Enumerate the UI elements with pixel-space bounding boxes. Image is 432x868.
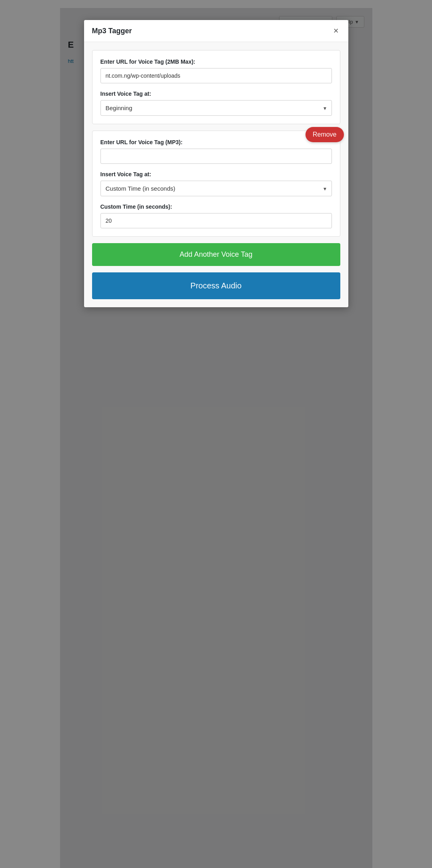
- insert-select-wrapper-1: Beginning End Custom Time (in seconds) ▾: [100, 100, 332, 116]
- insert-label-2: Insert Voice Tag at:: [100, 171, 332, 177]
- insert-label-1: Insert Voice Tag at:: [100, 91, 332, 97]
- url-label-2: Enter URL for Voice Tag (MP3):: [100, 139, 332, 145]
- custom-time-label: Custom Time (in seconds):: [100, 203, 332, 210]
- modal-header: Mp3 Tagger ×: [84, 20, 348, 42]
- modal-close-button[interactable]: ×: [332, 26, 340, 35]
- custom-time-input[interactable]: [100, 213, 332, 228]
- url-label-1: Enter URL for Voice Tag (2MB Max):: [100, 58, 332, 65]
- insert-field-group-2: Insert Voice Tag at: Beginning End Custo…: [100, 171, 332, 196]
- url-field-group-1: Enter URL for Voice Tag (2MB Max):: [100, 58, 332, 83]
- voice-tag-section-1: Enter URL for Voice Tag (2MB Max): Inser…: [92, 50, 340, 124]
- url-input-1[interactable]: [100, 68, 332, 83]
- modal-overlay: Mp3 Tagger × Enter URL for Voice Tag (2M…: [60, 8, 372, 868]
- insert-select-1[interactable]: Beginning End Custom Time (in seconds): [100, 100, 332, 116]
- modal-title: Mp3 Tagger: [92, 27, 132, 35]
- add-another-voice-tag-button[interactable]: Add Another Voice Tag: [92, 243, 340, 266]
- process-audio-button[interactable]: Process Audio: [92, 272, 340, 299]
- insert-select-wrapper-2: Beginning End Custom Time (in seconds) ▾: [100, 181, 332, 196]
- custom-time-field-group: Custom Time (in seconds):: [100, 203, 332, 228]
- insert-select-2[interactable]: Beginning End Custom Time (in seconds): [100, 181, 332, 196]
- modal-dialog: Mp3 Tagger × Enter URL for Voice Tag (2M…: [84, 20, 348, 307]
- url-field-group-2: Enter URL for Voice Tag (MP3):: [100, 139, 332, 164]
- page-wrapper: Screen Options ▾ Help ▾ E htt Mp3 Tagger…: [60, 8, 372, 868]
- insert-field-group-1: Insert Voice Tag at: Beginning End Custo…: [100, 91, 332, 116]
- modal-body: Enter URL for Voice Tag (2MB Max): Inser…: [84, 42, 348, 307]
- url-input-2[interactable]: [100, 149, 332, 164]
- remove-button[interactable]: Remove: [305, 127, 344, 142]
- voice-tag-section-2: Remove Enter URL for Voice Tag (MP3): In…: [92, 131, 340, 237]
